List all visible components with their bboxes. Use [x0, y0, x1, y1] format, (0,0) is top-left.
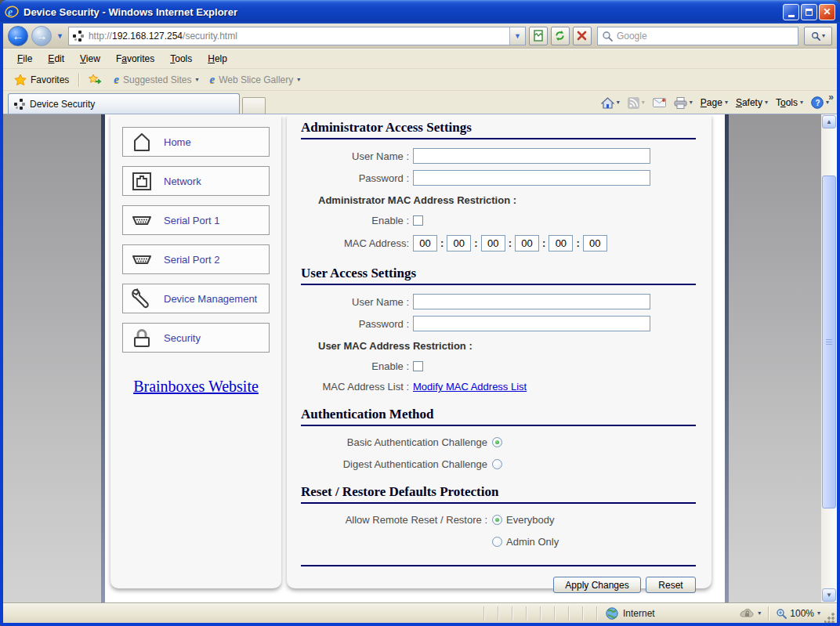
mac-octet-6[interactable] — [583, 235, 607, 251]
wrench-icon — [130, 287, 154, 310]
home-button[interactable]: ▾ — [598, 96, 623, 110]
safety-menu-button[interactable]: Safety▾ — [733, 96, 771, 110]
menu-tools[interactable]: Tools — [162, 50, 200, 67]
suggested-sites-button[interactable]: e Suggested Sites ▾ — [108, 71, 204, 88]
vertical-scrollbar[interactable]: ▲ ▼ — [821, 114, 837, 602]
chevron-down-icon: ▾ — [297, 77, 300, 83]
add-to-favorites-bar-button[interactable] — [82, 71, 108, 88]
admin-username-input[interactable] — [413, 148, 650, 164]
menu-favorites[interactable]: Favorites — [108, 50, 162, 67]
search-options-dropdown[interactable]: ▾ — [822, 33, 825, 39]
zoom-icon — [776, 608, 787, 619]
favorites-bar: Favorites e Suggested Sites ▾ e Web Slic… — [3, 69, 837, 91]
admin-password-input[interactable] — [413, 170, 650, 186]
address-bar[interactable]: http://192.168.127.254/security.html ▼ — [68, 27, 526, 45]
favorites-star-icon — [14, 74, 27, 86]
tab-label: Device Security — [30, 99, 95, 110]
print-button[interactable]: ▾ — [671, 96, 696, 110]
svg-text:e: e — [8, 6, 13, 18]
scroll-up-button[interactable]: ▲ — [822, 115, 836, 128]
browser-chrome: ← → ▼ http://192.168.127.254/security.ht… — [3, 24, 837, 623]
admin-enable-checkbox[interactable] — [413, 215, 423, 226]
mac-octet-5[interactable] — [549, 235, 573, 251]
page-left-margin — [3, 114, 105, 602]
search-box[interactable] — [597, 27, 798, 45]
feeds-button[interactable]: ▾ — [625, 96, 648, 110]
minimize-button[interactable] — [783, 4, 799, 20]
back-button[interactable]: ← — [8, 26, 28, 46]
protected-mode-dropdown[interactable]: ▾ — [758, 610, 761, 617]
globe-icon — [606, 607, 618, 620]
search-input[interactable] — [617, 31, 794, 42]
zoom-level: 100% — [790, 608, 814, 619]
admin-enable-label: Enable : — [301, 215, 413, 226]
ie-logo-icon: e — [5, 5, 19, 19]
zoom-dropdown[interactable]: ▾ — [817, 610, 820, 617]
menu-help[interactable]: Help — [200, 50, 235, 67]
search-button[interactable]: ▾ — [804, 27, 832, 45]
forward-button[interactable]: → — [31, 26, 52, 46]
tools-menu-button[interactable]: Tools▾ — [773, 96, 806, 110]
zoom-control[interactable]: 100% ▾ — [776, 608, 820, 619]
refresh-button[interactable] — [551, 27, 570, 45]
url-text: http://192.168.127.254/security.html — [89, 31, 509, 42]
tab-bar: Device Security ▾ ▾ — [3, 91, 837, 114]
digest-auth-radio[interactable] — [492, 459, 502, 469]
maximize-button[interactable] — [801, 4, 817, 20]
mac-octet-4[interactable] — [515, 235, 539, 251]
sidebar-item-serial-port-1[interactable]: Serial Port 1 — [122, 205, 270, 235]
brainboxes-website-link[interactable]: Brainboxes Website — [133, 378, 259, 396]
user-username-label: User Name : — [301, 296, 413, 308]
menu-view[interactable]: View — [72, 50, 108, 67]
sidebar-item-home[interactable]: Home — [122, 127, 270, 157]
user-password-input[interactable] — [413, 316, 650, 331]
sidebar-item-device-management[interactable]: Device Management — [122, 284, 270, 313]
user-enable-checkbox[interactable] — [413, 361, 423, 371]
sidebar-item-security[interactable]: Security — [122, 323, 270, 353]
mac-octet-3[interactable] — [481, 235, 505, 251]
settings-panel: Administrator Access Settings User Name … — [287, 114, 711, 588]
basic-auth-radio[interactable] — [492, 437, 502, 447]
window-title: Device Security - Windows Internet Explo… — [24, 6, 783, 18]
resize-grip[interactable] — [824, 613, 835, 623]
basic-auth-label: Basic Authentication Challenge — [301, 436, 487, 448]
menu-edit[interactable]: Edit — [40, 50, 72, 67]
ie-icon: e — [209, 74, 215, 85]
address-dropdown-button[interactable]: ▼ — [509, 27, 525, 45]
everybody-radio[interactable] — [492, 515, 502, 525]
compatibility-view-button[interactable] — [529, 27, 548, 45]
modify-mac-address-list-link[interactable]: Modify MAC Address List — [413, 381, 527, 393]
sidebar-item-network[interactable]: Network — [122, 166, 270, 196]
web-slice-gallery-button[interactable]: e Web Slice Gallery ▾ — [204, 71, 306, 88]
menu-bar: File Edit View Favorites Tools Help — [3, 49, 837, 69]
progress-segments — [470, 606, 597, 621]
close-button[interactable]: ✕ — [819, 4, 835, 20]
page-menu-button[interactable]: Page▾ — [697, 96, 731, 110]
mac-octet-1[interactable] — [413, 235, 437, 251]
scrollbar-thumb[interactable] — [822, 175, 836, 508]
mac-octet-2[interactable] — [447, 235, 471, 251]
digest-auth-label: Digest Authentication Challenge — [301, 458, 487, 470]
stop-button[interactable] — [573, 27, 592, 45]
admin-password-label: Password : — [301, 172, 413, 184]
protected-mode-icon[interactable] — [740, 608, 754, 619]
admin-only-radio[interactable] — [492, 537, 502, 547]
scroll-down-button[interactable]: ▼ — [822, 588, 836, 602]
tab-device-security[interactable]: Device Security — [8, 93, 240, 114]
security-zone: Internet — [606, 603, 655, 623]
sidebar-item-serial-port-2[interactable]: Serial Port 2 — [122, 244, 270, 274]
user-mac-restriction-label: User MAC Address Restriction : — [318, 340, 696, 352]
divider — [301, 565, 696, 566]
apply-changes-button[interactable]: Apply Changes — [553, 577, 641, 593]
favorites-button[interactable]: Favorites — [8, 71, 75, 89]
user-username-input[interactable] — [413, 294, 650, 309]
toolbar-overflow-button[interactable]: » — [828, 92, 834, 103]
section-heading-user: User Access Settings — [301, 260, 696, 285]
recent-pages-dropdown[interactable]: ▼ — [55, 32, 65, 40]
new-tab-button[interactable] — [242, 97, 266, 114]
divider — [768, 606, 769, 621]
reset-button[interactable]: Reset — [646, 577, 696, 593]
admin-username-label: User Name : — [301, 150, 413, 162]
menu-file[interactable]: File — [9, 50, 40, 67]
read-mail-button[interactable] — [650, 96, 669, 109]
